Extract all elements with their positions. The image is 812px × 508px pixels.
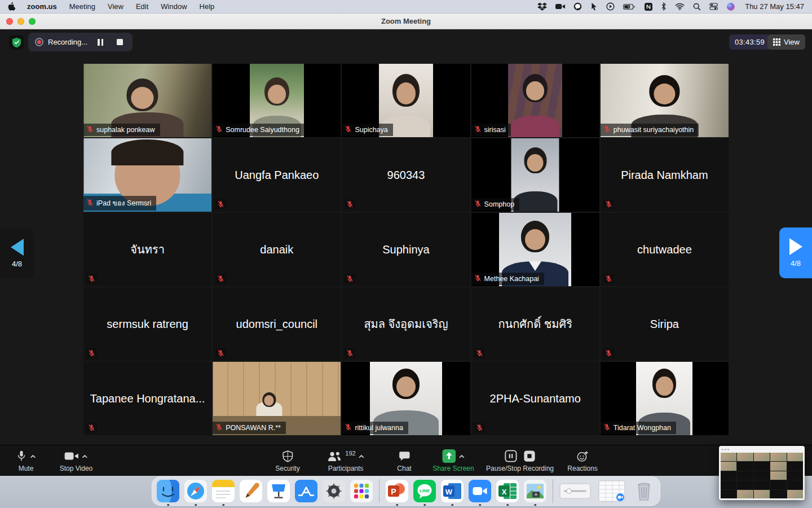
participant-tile[interactable]: 2PHA-Sunantamo: [471, 362, 599, 435]
chevron-up-icon[interactable]: [359, 452, 365, 460]
participant-tile[interactable]: Tidarat Wongphan: [601, 362, 729, 435]
participant-tile[interactable]: sirisasi: [471, 64, 599, 137]
share-screen-button[interactable]: Share Screen: [433, 449, 474, 472]
reactions-button[interactable]: Reactions: [567, 449, 597, 472]
participant-tile[interactable]: phuwasit suriyachaiyothin: [601, 64, 729, 137]
dock-launchpad-icon[interactable]: [350, 480, 373, 502]
bluetooth-icon[interactable]: [661, 2, 667, 12]
battery-charging-icon[interactable]: [623, 2, 636, 12]
dock-minimized-window-slider[interactable]: [559, 480, 591, 502]
mic-muted-icon: [86, 423, 97, 432]
mic-muted-icon: [345, 125, 352, 134]
play-circle-icon[interactable]: [606, 2, 615, 12]
dock-powerpoint-icon[interactable]: P: [386, 480, 408, 502]
chat-button[interactable]: Chat: [397, 449, 411, 472]
participant-tile[interactable]: danaik: [213, 213, 341, 286]
menubar-clock[interactable]: Thu 27 May 15:47: [745, 2, 804, 11]
participant-tile[interactable]: Somrudee Saiyudthong: [213, 64, 341, 137]
mic-muted-icon: [603, 348, 614, 358]
participant-tile[interactable]: 960343: [342, 138, 470, 212]
menubar-item-edit[interactable]: Edit: [130, 2, 155, 11]
siri-icon[interactable]: [726, 2, 735, 12]
menubar-item-meeting[interactable]: Meeting: [63, 2, 102, 11]
dock-app-store-icon[interactable]: [295, 480, 317, 502]
dock-keynote-icon[interactable]: [267, 480, 290, 502]
spotlight-icon[interactable]: [693, 2, 701, 12]
mic-muted-icon: [605, 200, 612, 208]
menubar-item-help[interactable]: Help: [193, 2, 221, 11]
participant-tile[interactable]: Supichaya: [342, 64, 470, 137]
dock-photos-icon[interactable]: [524, 480, 546, 502]
stop-video-button[interactable]: Stop Video: [60, 449, 93, 472]
next-page-button[interactable]: 4/8: [779, 227, 812, 278]
mini-tile: [754, 453, 770, 461]
chevron-up-icon[interactable]: [30, 452, 36, 460]
participant-name-badge: Methee Kachapai: [471, 273, 544, 285]
participant-tile[interactable]: Somphop: [471, 138, 599, 212]
mic-muted-icon: [603, 423, 611, 431]
previous-page-button[interactable]: 4/8: [0, 229, 34, 278]
mic-muted-icon: [603, 125, 611, 134]
control-center-icon[interactable]: [709, 2, 718, 12]
participant-tile[interactable]: sermsuk ratreng: [83, 287, 211, 361]
participants-button[interactable]: 192Participants: [326, 449, 364, 472]
dock-minimized-window-sheet[interactable]: [596, 480, 628, 502]
participant-tile[interactable]: Suphinya: [342, 213, 470, 286]
dock-trash-icon[interactable]: [633, 480, 655, 502]
security-button[interactable]: Security: [275, 449, 299, 472]
pause-stop-recording-button[interactable]: Pause/Stop Recording: [486, 449, 554, 472]
close-window-button[interactable]: [6, 18, 13, 25]
participant-tile[interactable]: PONSAWAN R.**: [213, 362, 341, 435]
participant-name: 2PHA-Sunantamo: [471, 362, 599, 435]
dock-pages-icon[interactable]: [240, 480, 262, 502]
participant-name: จันทรา: [83, 213, 211, 286]
mic-muted-icon: [86, 348, 97, 358]
participant-tile[interactable]: Uangfa Pankaeo: [213, 138, 341, 212]
participant-tile[interactable]: chutwadee: [601, 213, 729, 286]
mini-tile: [721, 453, 736, 461]
wifi-icon[interactable]: [675, 2, 685, 12]
view-button[interactable]: View: [767, 34, 805, 50]
participant-tile[interactable]: Pirada Namkham: [601, 138, 729, 212]
menubar-item-window[interactable]: Window: [155, 2, 193, 11]
mic-muted-icon: [88, 349, 95, 357]
participant-tile[interactable]: จันทรา: [83, 213, 211, 286]
participant-name: Methee Kachapai: [484, 275, 539, 283]
zoom-window-button[interactable]: [29, 18, 36, 25]
participant-tile[interactable]: iPad ของ Sermsri: [83, 138, 211, 212]
dock-notes-icon[interactable]: [212, 480, 235, 502]
participant-tile[interactable]: Methee Kachapai: [471, 213, 599, 286]
participant-tile[interactable]: rittikul julwanna: [342, 362, 470, 435]
participant-tile[interactable]: สุมล จึงอุดมเจริญ: [342, 287, 470, 361]
dock-finder-icon[interactable]: [157, 480, 179, 502]
chevron-up-icon[interactable]: [82, 452, 88, 460]
dock-word-icon[interactable]: W: [441, 480, 464, 502]
dock-excel-icon[interactable]: X: [496, 480, 519, 502]
pause-recording-button[interactable]: [94, 36, 107, 49]
dock-zoom-icon[interactable]: [469, 480, 491, 502]
dock-safari-icon[interactable]: [184, 480, 207, 502]
dock-line-icon[interactable]: LINE: [413, 480, 436, 502]
notion-icon[interactable]: [645, 2, 652, 12]
minimized-gallery-window[interactable]: [719, 446, 805, 500]
security-icon: [282, 449, 293, 463]
meeting-info-shield-button[interactable]: [9, 35, 24, 50]
participant-tile[interactable]: Siripa: [601, 287, 729, 361]
line-icon[interactable]: [573, 2, 582, 12]
menubar-item-zoom-us[interactable]: zoom.us: [19, 2, 63, 11]
mute-button[interactable]: Mute: [16, 449, 36, 472]
participant-tile[interactable]: Tapanee Hongratana...: [83, 362, 211, 435]
chevron-up-icon[interactable]: [458, 452, 465, 460]
menubar-item-view[interactable]: View: [102, 2, 130, 11]
apple-menu-icon[interactable]: [8, 2, 16, 11]
participants-icon: 192: [326, 449, 364, 463]
dropbox-icon[interactable]: [537, 2, 547, 12]
participant-tile[interactable]: กนกศักดิ์ ชมศิริ: [471, 287, 599, 361]
stop-recording-button[interactable]: [113, 36, 126, 49]
participant-tile[interactable]: udomsri_council: [213, 287, 341, 361]
pointer-icon[interactable]: [590, 2, 598, 12]
minimize-window-button[interactable]: [17, 18, 24, 25]
zoom-video-icon[interactable]: [555, 2, 565, 12]
participant-tile[interactable]: suphalak ponkeaw: [83, 64, 211, 137]
dock-system-preferences-icon[interactable]: [323, 480, 345, 502]
